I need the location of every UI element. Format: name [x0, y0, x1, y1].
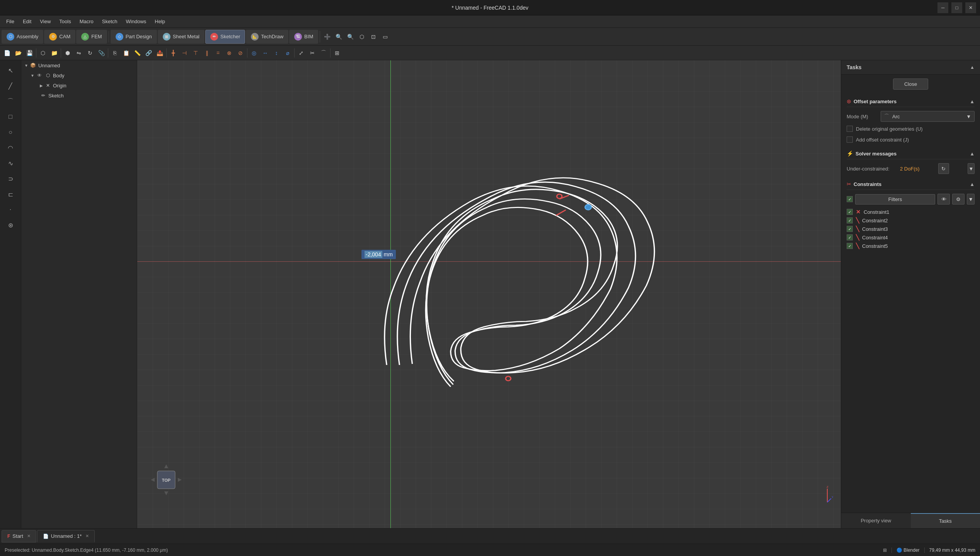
- line-tool[interactable]: ╱: [3, 79, 17, 93]
- point-tool[interactable]: ·: [3, 203, 17, 217]
- tree-item-body[interactable]: ▼ 👁 ⬡ Body: [21, 70, 137, 80]
- menu-tools[interactable]: Tools: [55, 17, 75, 26]
- view-3d-btn[interactable]: ⬡: [356, 31, 367, 42]
- tree-item-unnamed[interactable]: ▼ 📦 Unnamed: [21, 60, 137, 70]
- rect-tool[interactable]: □: [3, 110, 17, 124]
- delete-orig-checkbox[interactable]: [847, 126, 853, 132]
- menu-sketch[interactable]: Sketch: [98, 17, 121, 26]
- constraint1-checkbox[interactable]: [847, 209, 853, 215]
- workbench-bim[interactable]: 🏗 BIM: [289, 30, 318, 44]
- menu-view[interactable]: View: [36, 17, 55, 26]
- add-toolbar-btn[interactable]: ➕: [322, 31, 332, 42]
- view-top-btn[interactable]: ⊡: [368, 31, 379, 42]
- offset-params-header[interactable]: ⊛ Offset parameters ▲: [847, 96, 975, 107]
- sketcher-vert-dist-btn[interactable]: ↕: [271, 48, 282, 58]
- sketcher-radius-btn[interactable]: ⌀: [282, 48, 293, 58]
- sketcher-dim-btn[interactable]: ◎: [249, 48, 259, 58]
- workbench-techdraw[interactable]: 📐 TechDraw: [246, 30, 288, 44]
- menu-help[interactable]: Help: [151, 17, 169, 26]
- menu-macro[interactable]: Macro: [76, 17, 97, 26]
- slot-tool[interactable]: ⊏: [3, 187, 17, 201]
- constraint-horizontal-btn[interactable]: ⊣: [179, 48, 190, 58]
- constraints-header[interactable]: ✂ Constraints ▲: [847, 179, 975, 190]
- spline-tool[interactable]: ∿: [3, 156, 17, 170]
- workbench-partdesign[interactable]: ◇ Part Design: [111, 30, 157, 44]
- viewport[interactable]: -2,004 mm TOP Z Y: [137, 60, 841, 528]
- menu-windows[interactable]: Windows: [122, 17, 150, 26]
- property-view-tab[interactable]: Property view: [841, 513, 911, 528]
- tab-unnamed-close[interactable]: ✕: [85, 534, 89, 539]
- filter-dropdown-btn[interactable]: ▼: [967, 194, 975, 205]
- trim-btn[interactable]: ✂: [307, 48, 318, 58]
- sketcher-horiz-dist-btn[interactable]: ↔: [260, 48, 271, 58]
- offset-collapse-btn[interactable]: ▲: [970, 99, 975, 104]
- tree-item-origin[interactable]: ▶ ✕ Origin: [21, 80, 137, 90]
- constraint4-checkbox[interactable]: [847, 234, 853, 240]
- filter-visibility-btn[interactable]: 👁: [937, 194, 950, 205]
- folder-btn[interactable]: 📁: [49, 48, 60, 58]
- solver-header[interactable]: ⚡ Solver messages ▲: [847, 148, 975, 159]
- tab-unnamed[interactable]: 📄 Unnamed : 1* ✕: [37, 530, 95, 542]
- solver-refresh-btn[interactable]: ↻: [938, 163, 949, 174]
- mode-dropdown[interactable]: ⌒ Arc ▼: [881, 111, 975, 122]
- constraint5-checkbox[interactable]: [847, 243, 853, 249]
- body-visibility-icon[interactable]: 👁: [36, 72, 43, 79]
- constraints-collapse-btn[interactable]: ▲: [970, 181, 975, 187]
- navigation-cube[interactable]: TOP: [149, 462, 184, 497]
- workbench-cam[interactable]: ⚙ CAM: [44, 30, 75, 44]
- part-btn[interactable]: ⬢: [62, 48, 73, 58]
- constraint2-checkbox[interactable]: [847, 217, 853, 223]
- restore-button[interactable]: □: [951, 2, 962, 13]
- conicsection-tool[interactable]: ⊃: [3, 172, 17, 186]
- tasks-collapse-btn[interactable]: ▲: [970, 65, 975, 70]
- tab-start-close[interactable]: ✕: [27, 534, 31, 539]
- constraint-block-btn[interactable]: ⊘: [235, 48, 246, 58]
- mirror-btn[interactable]: ⇋: [73, 48, 84, 58]
- polar-btn[interactable]: ↻: [85, 48, 95, 58]
- workbench-assembly[interactable]: ⬡ Assembly: [2, 30, 43, 44]
- pointer-tool[interactable]: ↖: [3, 63, 17, 77]
- add-offset-checkbox[interactable]: [847, 136, 853, 143]
- workbench-sketcher[interactable]: ✏ Sketcher: [205, 30, 245, 44]
- attach-btn[interactable]: 📎: [96, 48, 107, 58]
- polyline-tool[interactable]: ⌒: [3, 94, 17, 108]
- tree-arrow-origin[interactable]: ▶: [40, 84, 43, 88]
- constraint-point-btn[interactable]: ╋: [168, 48, 179, 58]
- view-front-btn[interactable]: ▭: [380, 31, 390, 42]
- tasks-tab[interactable]: Tasks: [911, 513, 980, 528]
- minimize-button[interactable]: ─: [937, 2, 948, 13]
- constraint3-checkbox[interactable]: [847, 226, 853, 232]
- tab-start[interactable]: F Start ✕: [2, 530, 36, 542]
- new-sketch-btn[interactable]: 📄: [2, 48, 12, 58]
- constraint-parallel-btn[interactable]: ∥: [201, 48, 212, 58]
- close-button[interactable]: ✕: [965, 2, 976, 13]
- body-btn[interactable]: ⬡: [37, 48, 48, 58]
- tree-arrow-body[interactable]: ▼: [31, 73, 34, 78]
- filter-settings-btn[interactable]: ⚙: [952, 194, 965, 205]
- extend-btn[interactable]: ⤢: [296, 48, 307, 58]
- grid-btn[interactable]: ⊞: [332, 48, 343, 58]
- zoom-out-btn[interactable]: 🔍: [345, 31, 356, 42]
- offset-tool[interactable]: ⊛: [3, 218, 17, 232]
- copy-btn[interactable]: ⎘: [109, 48, 120, 58]
- measure-btn[interactable]: 📏: [132, 48, 143, 58]
- workbench-sheetmetal[interactable]: ▣ Sheet Metal: [158, 30, 205, 44]
- solver-collapse-btn[interactable]: ▲: [970, 151, 975, 157]
- tree-item-sketch[interactable]: ✏ Sketch: [21, 90, 137, 101]
- circle-tool[interactable]: ○: [3, 125, 17, 139]
- constraint-equal-btn[interactable]: =: [213, 48, 223, 58]
- export-btn[interactable]: 📤: [154, 48, 165, 58]
- link-btn[interactable]: 🔗: [143, 48, 154, 58]
- constraints-all-checkbox[interactable]: ✓: [847, 196, 853, 202]
- paste-btn[interactable]: 📋: [121, 48, 131, 58]
- open-btn[interactable]: 📂: [13, 48, 24, 58]
- workbench-fem[interactable]: △ FEM: [76, 30, 107, 44]
- zoom-in-btn[interactable]: 🔍: [333, 31, 344, 42]
- close-tasks-button[interactable]: Close: [893, 78, 928, 90]
- menu-edit[interactable]: Edit: [19, 17, 35, 26]
- fillet-btn[interactable]: ⌒: [318, 48, 329, 58]
- tree-arrow-unnamed[interactable]: ▼: [24, 63, 28, 68]
- filters-button[interactable]: Filters: [855, 194, 935, 205]
- constraint-sym-btn[interactable]: ⊗: [224, 48, 235, 58]
- solver-dropdown-btn[interactable]: ▼: [968, 163, 975, 174]
